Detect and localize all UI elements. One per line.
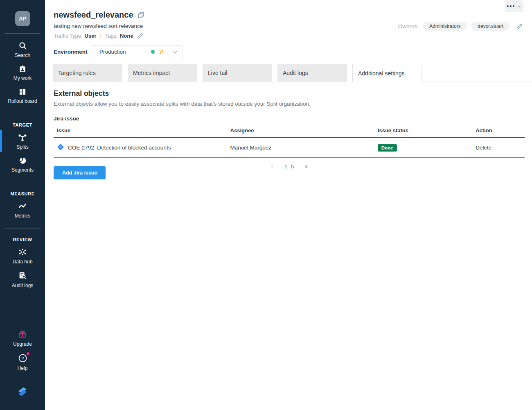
add-jira-issue-button[interactable]: Add Jira issue <box>54 166 106 179</box>
sidebar-section-review: REVIEW <box>13 237 32 242</box>
jira-icon <box>57 143 64 152</box>
owners-row: Owners: Administrators trevor.stuart <box>398 22 523 31</box>
table-footer: ‹ 1- 5 › Add Jira issue <box>54 161 525 188</box>
owners-label: Owners: <box>398 23 419 29</box>
sidebar-item-label: Metrics <box>15 213 31 219</box>
table-header-row: Issue Assignee Issue status Action <box>54 125 525 138</box>
sidebar-item-label: Splits <box>16 144 28 150</box>
board-grid-icon <box>18 88 27 96</box>
traffic-type-label: Traffic Type: <box>54 33 83 39</box>
split-logo[interactable] <box>16 385 29 400</box>
pagination-prev-icon[interactable]: ‹ <box>271 162 273 170</box>
tab-targeting-rules[interactable]: Targeting rules <box>53 64 122 82</box>
sidebar-item-help[interactable]: ? Help <box>0 350 45 374</box>
copy-icon[interactable] <box>138 11 144 18</box>
sidebar-item-rollout-board[interactable]: Rollout board <box>0 84 45 107</box>
tab-bar: Targeting rules Metrics impact Live tail… <box>45 64 532 82</box>
gift-icon <box>18 330 27 339</box>
sidebar-item-audit-logs[interactable]: Audit logs <box>0 267 45 291</box>
notification-dot <box>27 352 29 355</box>
metrics-chart-icon <box>18 202 27 211</box>
column-header-action: Action <box>472 125 525 137</box>
pagination-range: 1- 5 <box>284 163 294 170</box>
sidebar-item-label: Upgrade <box>13 341 32 347</box>
sidebar-item-label: Search <box>15 52 30 58</box>
sidebar-item-label: Audit logs <box>12 283 34 288</box>
column-header-issue: Issue <box>54 125 227 137</box>
divider <box>5 114 41 114</box>
help-icon: ? <box>18 353 27 363</box>
sidebar-item-label: Rollout board <box>8 98 37 104</box>
pagination: ‹ 1- 5 › <box>54 162 525 170</box>
column-header-issue-status: Issue status <box>374 125 472 137</box>
data-hub-dots-icon <box>18 247 27 256</box>
column-header-assignee: Assignee <box>227 125 374 137</box>
audit-logs-icon <box>18 271 27 280</box>
jira-issue-table: Issue Assignee Issue status Action COE-2… <box>54 125 525 158</box>
main-area: newsfeed_relevance testing new newsfeed … <box>45 0 532 410</box>
tags-label: Tags: <box>105 33 118 39</box>
sidebar-item-splits[interactable]: Splits <box>0 129 45 153</box>
edit-owners-pencil-icon[interactable] <box>516 23 523 30</box>
segments-pie-icon <box>18 156 27 165</box>
chevron-down-icon <box>173 50 178 54</box>
sidebar-section-measure: MEASURE <box>10 191 34 196</box>
ellipsis-icon <box>507 5 514 7</box>
chevron-down-icon <box>517 4 521 9</box>
sidebar-item-label: Data hub <box>13 259 33 265</box>
sidebar-item-label: My work <box>14 75 32 81</box>
jira-issue-section-title: Jira issue <box>54 116 524 122</box>
tab-additional-settings[interactable]: Additional settings <box>352 64 422 82</box>
meta-separator: | <box>100 33 101 39</box>
app-window: AP Search My work Rollout board TARGET <box>0 0 532 410</box>
split-meta: Traffic Type: User | Tags: None <box>54 32 524 39</box>
assignee-cell: Manuel Marquez <box>227 139 374 156</box>
tab-content: External objects External objects allow … <box>45 82 532 188</box>
sidebar-item-label: Segments <box>11 167 34 173</box>
sidebar-item-my-work[interactable]: My work <box>0 61 45 84</box>
tab-live-tail[interactable]: Live tail <box>203 64 272 82</box>
divider <box>5 183 41 183</box>
sidebar-item-data-hub[interactable]: Data hub <box>0 244 45 267</box>
sidebar-item-label: Help <box>18 365 28 371</box>
more-options-button[interactable] <box>505 0 523 12</box>
divider <box>5 229 41 229</box>
search-icon <box>18 41 27 50</box>
tags-value: None <box>120 33 133 39</box>
sidebar-item-segments[interactable]: Segments <box>0 153 45 176</box>
environment-row: Environment Production <box>45 45 532 58</box>
swap-arrows-icon <box>158 49 165 55</box>
environment-select[interactable]: Production <box>91 45 183 58</box>
avatar[interactable]: AP <box>15 11 30 26</box>
tab-metrics-impact[interactable]: Metrics impact <box>128 64 197 82</box>
traffic-type-value: User <box>85 33 97 39</box>
sidebar: AP Search My work Rollout board TARGET <box>0 0 45 410</box>
status-badge: Done <box>378 144 397 152</box>
delete-action-link[interactable]: Delete <box>476 145 491 151</box>
owner-chip[interactable]: trevor.stuart <box>471 22 509 31</box>
sidebar-section-target: TARGET <box>13 122 32 127</box>
owner-chip[interactable]: Administrators <box>423 22 467 31</box>
sidebar-item-upgrade[interactable]: Upgrade <box>0 326 45 350</box>
split-header: newsfeed_relevance testing new newsfeed … <box>45 0 532 39</box>
sidebar-item-search[interactable]: Search <box>0 38 45 61</box>
divider <box>5 33 41 34</box>
badge-icon <box>18 65 27 73</box>
environment-value: Production <box>99 49 126 55</box>
page-title: newsfeed_relevance <box>54 10 133 20</box>
pagination-next-icon[interactable]: › <box>305 162 307 170</box>
external-objects-description: External objects allow you to easily ass… <box>54 101 524 107</box>
table-row: COE-2792: Detection of blocked accounts … <box>54 138 525 158</box>
issue-title[interactable]: COE-2792: Detection of blocked accounts <box>68 145 171 151</box>
sidebar-item-metrics[interactable]: Metrics <box>0 198 45 222</box>
edit-tags-pencil-icon[interactable] <box>137 32 144 39</box>
splits-branch-icon <box>18 133 27 142</box>
tab-audit-logs[interactable]: Audit logs <box>277 64 347 82</box>
external-objects-heading: External objects <box>54 89 524 98</box>
svg-text:?: ? <box>21 356 24 361</box>
environment-status-dot <box>151 50 155 54</box>
environment-label: Environment <box>54 49 91 55</box>
